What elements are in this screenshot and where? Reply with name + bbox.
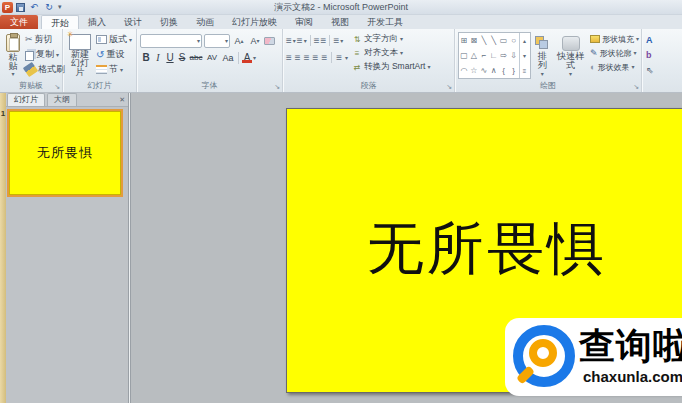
layout-dropdown-icon[interactable]: ▾ <box>129 37 132 43</box>
decrease-indent-icon[interactable]: ≡ <box>314 35 320 46</box>
shape-icon[interactable]: ∧ <box>489 63 499 78</box>
strikethrough-button[interactable]: S <box>176 52 188 63</box>
new-slide-button[interactable]: 新建 幻灯片 <box>66 32 94 79</box>
tab-view[interactable]: 视图 <box>322 15 358 29</box>
justify-icon[interactable]: ≡ <box>313 52 319 63</box>
change-case-button[interactable]: Aa <box>220 53 236 63</box>
shapes-gallery-scrollbar[interactable]: ▴ ▾ ≡ <box>519 33 530 78</box>
bullets-dropdown-icon[interactable]: ▾ <box>293 38 296 44</box>
shape-icon[interactable]: ∿ <box>479 63 489 78</box>
underline-button[interactable]: U <box>164 52 176 63</box>
layout-button[interactable]: 版式 ▾ <box>94 32 134 47</box>
copy-dropdown-icon[interactable]: ▾ <box>56 52 59 58</box>
slide-thumbnail-1[interactable]: 无所畏惧 <box>7 109 123 197</box>
shape-icon[interactable]: ╲ <box>479 33 489 48</box>
line-spacing-dropdown-icon[interactable]: ▾ <box>340 38 343 44</box>
convert-smartart-button[interactable]: ⇄ 转换为 SmartArt ▾ <box>352 60 430 74</box>
align-center-icon[interactable]: ≡ <box>295 52 301 63</box>
slide-title-text[interactable]: 无所畏惧 <box>367 211 607 288</box>
font-color-dropdown-icon[interactable]: ▾ <box>253 55 256 61</box>
section-dropdown-icon[interactable]: ▾ <box>120 67 123 73</box>
tab-transitions[interactable]: 切换 <box>151 15 187 29</box>
shapes-gallery[interactable]: ⊞ ⊠ ╲ ╲ ▭ ○ ▢ △ ⌐ ∟ ⇨ ⇩ ◠ ☆ ∿ ∧ { <box>458 32 531 79</box>
shape-icon[interactable]: ☆ <box>469 63 479 78</box>
numbering-icon[interactable]: ≡ <box>297 35 303 46</box>
shape-icon[interactable]: ⊞ <box>459 33 469 48</box>
shape-icon[interactable]: ⇩ <box>509 48 519 63</box>
panel-tab-outline[interactable]: 大纲 <box>47 93 77 106</box>
line-spacing-icon[interactable]: ≡ <box>333 35 339 46</box>
font-name-dropdown-icon[interactable]: ▾ <box>197 38 200 44</box>
tab-slideshow[interactable]: 幻灯片放映 <box>223 15 286 29</box>
font-name-combo[interactable]: ▾ <box>140 34 202 48</box>
shape-icon[interactable]: ⇨ <box>499 48 509 63</box>
font-size-combo[interactable]: ▾ <box>204 34 230 48</box>
quick-styles-button[interactable]: 快速样式 ▾ <box>554 32 587 79</box>
align-text-button[interactable]: ≡ 对齐文本 ▾ <box>352 46 430 60</box>
numbering-dropdown-icon[interactable]: ▾ <box>304 38 307 44</box>
font-size-dropdown-icon[interactable]: ▾ <box>225 38 228 44</box>
shape-icon[interactable]: } <box>509 63 519 78</box>
select-button[interactable]: ⇖ <box>646 62 682 77</box>
panel-close-icon[interactable]: ✕ <box>119 96 125 104</box>
thumbnail-title-text: 无所畏惧 <box>37 144 93 162</box>
bullets-icon[interactable]: ≡ <box>286 35 292 46</box>
shape-icon[interactable]: ▭ <box>499 33 509 48</box>
tab-insert[interactable]: 插入 <box>79 15 115 29</box>
paste-button[interactable]: 粘贴 ▾ <box>3 32 23 79</box>
paragraph-dialog-launcher-icon[interactable]: ↘ <box>446 83 452 91</box>
italic-button[interactable]: I <box>152 52 164 63</box>
tab-review[interactable]: 审阅 <box>286 15 322 29</box>
section-button[interactable]: 节 ▾ <box>94 62 134 77</box>
paste-dropdown-icon[interactable]: ▾ <box>11 71 14 77</box>
reset-label: 重设 <box>106 48 124 61</box>
shape-icon[interactable]: ⊠ <box>469 33 479 48</box>
distribute-icon[interactable]: ≡ <box>321 52 327 63</box>
find-button[interactable]: A <box>646 32 682 47</box>
text-direction-button[interactable]: ⇅ 文字方向 ▾ <box>352 32 430 46</box>
format-painter-button[interactable]: 格式刷 <box>23 62 67 77</box>
drawing-dialog-launcher-icon[interactable]: ↘ <box>633 83 639 91</box>
shrink-font-button[interactable]: A▾ <box>248 33 262 48</box>
shape-icon[interactable]: △ <box>469 48 479 63</box>
reset-button[interactable]: ↺ 重设 <box>94 47 134 62</box>
new-slide-icon <box>69 34 91 50</box>
increase-indent-icon[interactable]: ≡ <box>321 35 327 46</box>
tab-design[interactable]: 设计 <box>115 15 151 29</box>
shape-icon[interactable]: ⌐ <box>479 48 489 63</box>
columns-dropdown-icon[interactable]: ▾ <box>345 55 348 61</box>
bold-button[interactable]: B <box>140 52 152 63</box>
shape-icon[interactable]: ◠ <box>459 63 469 78</box>
shape-icon[interactable]: ▢ <box>459 48 469 63</box>
shape-outline-button[interactable]: ✎ 形状轮廓 ▾ <box>590 46 639 60</box>
text-shadow-button[interactable]: abc <box>188 53 204 62</box>
clipboard-dialog-launcher-icon[interactable]: ↘ <box>54 83 60 91</box>
shape-effects-button[interactable]: ◐ 形状效果 ▾ <box>590 60 639 74</box>
font-color-button[interactable]: A <box>241 52 253 63</box>
tab-developer[interactable]: 开发工具 <box>358 15 412 29</box>
columns-icon[interactable]: ≡ <box>336 52 342 63</box>
shape-fill-button[interactable]: 形状填充 ▾ <box>590 32 639 46</box>
clear-formatting-icon[interactable] <box>264 37 275 45</box>
arrange-button[interactable]: 排列 ▾ <box>534 32 551 79</box>
align-right-icon[interactable]: ≡ <box>304 52 310 63</box>
replace-button[interactable]: b <box>646 47 682 62</box>
tab-file[interactable]: 文件 <box>0 15 38 29</box>
slides-panel: 幻灯片 大纲 ✕ 无所畏惧 <box>6 93 128 403</box>
gallery-scroll-down-icon[interactable]: ▾ <box>520 48 530 63</box>
shape-icon[interactable]: ╲ <box>489 33 499 48</box>
copy-button[interactable]: 复制 ▾ <box>23 47 67 62</box>
shape-icon[interactable]: { <box>499 63 509 78</box>
tab-animations[interactable]: 动画 <box>187 15 223 29</box>
character-spacing-button[interactable]: AV <box>204 53 220 62</box>
gallery-scroll-up-icon[interactable]: ▴ <box>520 33 530 48</box>
shape-icon[interactable]: ○ <box>509 33 519 48</box>
font-dialog-launcher-icon[interactable]: ↘ <box>274 83 280 91</box>
panel-tab-slides[interactable]: 幻灯片 <box>7 93 45 106</box>
tab-home[interactable]: 开始 <box>41 15 79 29</box>
grow-font-button[interactable]: A▴ <box>232 33 246 48</box>
gallery-more-icon[interactable]: ≡ <box>520 63 530 78</box>
cut-button[interactable]: ✂ 剪切 <box>23 32 67 47</box>
shape-icon[interactable]: ∟ <box>489 48 499 63</box>
align-left-icon[interactable]: ≡ <box>286 52 292 63</box>
